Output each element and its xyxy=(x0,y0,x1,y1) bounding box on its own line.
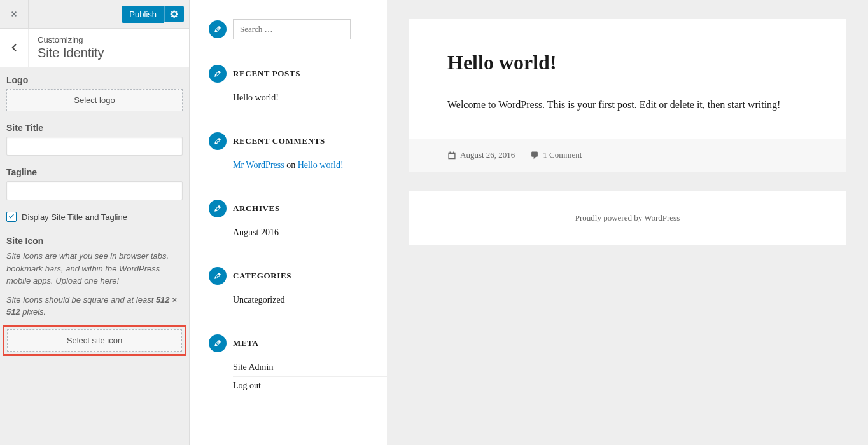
recent-comments-widget: RECENT COMMENTS Mr WordPress on Hello wo… xyxy=(209,132,387,174)
search-widget xyxy=(209,19,387,39)
logo-label: Logo xyxy=(6,75,183,85)
publish-settings-button[interactable] xyxy=(164,6,184,22)
section-title: Site Identity xyxy=(38,46,104,60)
pencil-icon xyxy=(213,271,222,280)
list-item[interactable]: Log out xyxy=(233,376,387,395)
categories-widget: CATEGORIES Uncategorized xyxy=(209,267,387,309)
meta-widget: META Site Admin Log out xyxy=(209,334,387,395)
post-card: Hello world! Welcome to WordPress. This … xyxy=(409,19,846,172)
close-customizer-button[interactable] xyxy=(0,0,29,29)
check-icon xyxy=(8,213,15,221)
edit-widget-button[interactable] xyxy=(209,65,227,83)
list-item[interactable]: Uncategorized xyxy=(233,291,387,309)
calendar-icon xyxy=(447,151,456,160)
publish-button[interactable]: Publish xyxy=(122,6,164,23)
post-meta: August 26, 2016 1 Comment xyxy=(409,139,846,172)
footer-text[interactable]: Proudly powered by WordPress xyxy=(575,213,680,222)
comment-post-link[interactable]: Hello world! xyxy=(298,160,344,170)
pencil-icon xyxy=(213,25,222,34)
widget-sidebar: RECENT POSTS Hello world! RECENT COMMENT… xyxy=(190,0,387,445)
pencil-icon xyxy=(213,137,222,146)
site-icon-highlight: Select site icon xyxy=(3,325,186,356)
footer: Proudly powered by WordPress xyxy=(409,191,846,245)
section-header: Customizing Site Identity xyxy=(0,29,189,67)
edit-widget-button[interactable] xyxy=(209,132,227,150)
pencil-icon xyxy=(213,204,222,213)
widget-title: CATEGORIES xyxy=(233,271,291,281)
edit-widget-button[interactable] xyxy=(209,334,227,352)
widget-title: META xyxy=(233,338,259,348)
site-icon-help-2: Site Icons should be square and at least… xyxy=(6,294,183,318)
recent-posts-widget: RECENT POSTS Hello world! xyxy=(209,65,387,107)
list-item[interactable]: August 2016 xyxy=(233,224,387,242)
customizer-panel: Publish Customizing Site Identity Logo S… xyxy=(0,0,190,445)
edit-widget-button[interactable] xyxy=(209,200,227,217)
post-title[interactable]: Hello world! xyxy=(447,51,808,74)
list-item[interactable]: Mr WordPress on Hello world! xyxy=(233,156,387,174)
display-title-checkbox[interactable] xyxy=(6,212,17,222)
archives-widget: ARCHIVES August 2016 xyxy=(209,200,387,242)
list-item[interactable]: Hello world! xyxy=(233,89,387,107)
close-icon xyxy=(9,9,19,19)
chevron-left-icon xyxy=(8,42,20,53)
widget-title: RECENT COMMENTS xyxy=(233,136,325,146)
preview-area: RECENT POSTS Hello world! RECENT COMMENT… xyxy=(190,0,868,445)
tagline-label: Tagline xyxy=(6,167,183,177)
main-content: Hello world! Welcome to WordPress. This … xyxy=(387,0,868,445)
site-title-input[interactable] xyxy=(6,137,183,156)
breadcrumb: Customizing xyxy=(38,35,104,44)
edit-widget-button[interactable] xyxy=(209,267,227,285)
widget-title: RECENT POSTS xyxy=(233,69,300,79)
tagline-input[interactable] xyxy=(6,181,183,200)
pencil-icon xyxy=(213,69,222,78)
gear-icon xyxy=(170,10,179,18)
list-item[interactable]: Site Admin xyxy=(233,359,387,376)
select-site-icon-button[interactable]: Select site icon xyxy=(7,329,182,352)
pencil-icon xyxy=(213,339,222,348)
display-title-label: Display Site Title and Tagline xyxy=(22,212,127,222)
post-body-text: Welcome to WordPress. This is your first… xyxy=(447,97,808,113)
post-comments-link[interactable]: 1 Comment xyxy=(543,150,582,160)
site-icon-label: Site Icon xyxy=(6,236,183,246)
comment-author-link[interactable]: Mr WordPress xyxy=(233,160,284,170)
site-icon-help-1: Site Icons are what you see in browser t… xyxy=(6,250,183,287)
comment-icon xyxy=(530,151,539,160)
edit-widget-button[interactable] xyxy=(209,20,227,38)
back-button[interactable] xyxy=(0,29,29,67)
customizer-header: Publish xyxy=(0,0,189,29)
search-input[interactable] xyxy=(233,19,351,39)
widget-title: ARCHIVES xyxy=(233,203,280,214)
select-logo-button[interactable]: Select logo xyxy=(6,89,183,111)
site-title-label: Site Title xyxy=(6,123,183,133)
post-date[interactable]: August 26, 2016 xyxy=(460,150,515,160)
